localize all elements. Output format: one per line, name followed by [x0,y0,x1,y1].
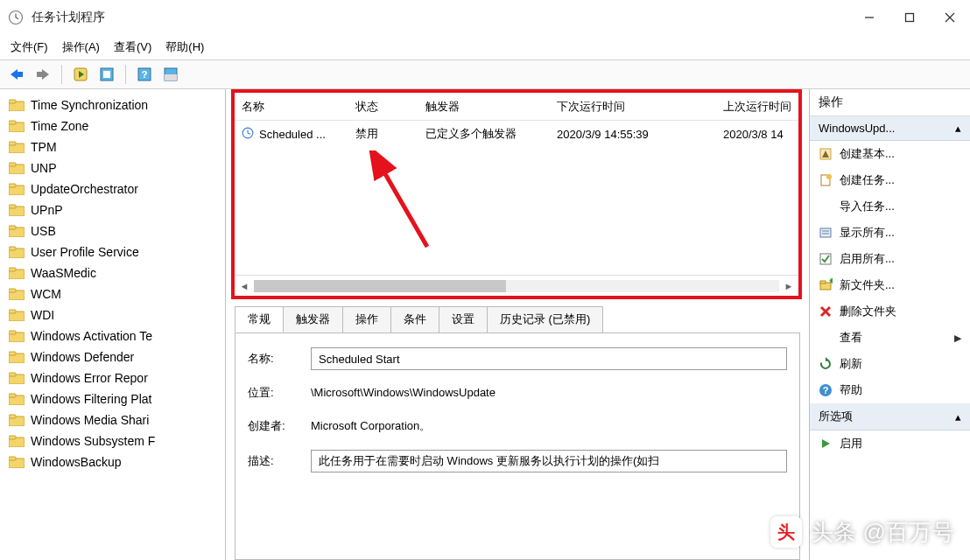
action-item[interactable]: ?帮助 [810,377,970,403]
action-group-windowsupdate[interactable]: WindowsUpd... ▴ [810,116,970,141]
svg-rect-24 [9,163,16,166]
tab-history[interactable]: 历史记录 (已禁用) [487,306,603,332]
svg-marker-74 [822,439,830,448]
actions-header: 操作 [810,89,970,116]
new-folder-icon: ✸ [819,278,833,292]
menu-action[interactable]: 操作(A) [62,39,100,55]
sidebar-item[interactable]: Time Zone [0,116,225,136]
close-button[interactable] [930,3,970,33]
sidebar-item[interactable]: Windows Subsystem F [0,430,225,452]
tab-settings[interactable]: 设置 [439,306,488,332]
sidebar-item[interactable]: Windows Media Shari [0,410,225,430]
svg-rect-32 [9,247,16,250]
task-location: \Microsoft\Windows\WindowsUpdate [311,382,787,402]
svg-rect-30 [9,226,16,229]
action-item[interactable]: 创建基本... [810,141,970,167]
svg-rect-52 [9,457,16,460]
action-item[interactable]: 启用 [810,430,970,457]
col-last[interactable]: 上次运行时间 [716,99,798,115]
sidebar-item[interactable]: UNP [0,158,225,178]
menu-file[interactable]: 文件(F) [11,39,48,55]
sidebar-item[interactable]: WindowsBackup [0,452,225,472]
task-last: 2020/3/8 14 [716,128,798,141]
svg-rect-38 [9,310,16,313]
svg-rect-4 [906,14,914,22]
task-list[interactable]: 名称 状态 触发器 下次运行时间 上次运行时间 Scheduled ... 禁用… [235,93,798,275]
toolbar-detail-button[interactable] [159,63,182,86]
label-desc: 描述: [248,453,302,469]
action-item-label: 启用所有... [840,251,895,267]
svg-rect-20 [9,121,16,124]
tab-conditions[interactable]: 条件 [390,306,439,332]
sidebar-item[interactable]: WCM [0,284,225,304]
folder-icon [9,330,25,342]
col-next[interactable]: 下次运行时间 [550,99,716,115]
sidebar-item[interactable]: Windows Defender [0,346,225,368]
action-item[interactable]: 显示所有... [810,220,970,246]
toolbar-props-button[interactable] [95,63,118,86]
sidebar-item[interactable]: Windows Activation Te [0,326,225,346]
task-list-header: 名称 状态 触发器 下次运行时间 上次运行时间 [235,93,798,121]
svg-rect-67 [820,281,826,284]
action-item[interactable]: 导入任务... [810,193,970,220]
nav-forward-button[interactable] [32,63,54,86]
menu-view[interactable]: 查看(V) [114,39,151,55]
action-item-label: 刷新 [840,356,862,372]
task-next: 2020/3/9 14:55:39 [550,128,716,141]
toolbar: ? [0,60,970,89]
svg-point-61 [826,174,832,179]
tab-triggers[interactable]: 触发器 [283,306,343,332]
action-item[interactable]: 删除文件夹 [810,298,970,325]
none [819,200,833,214]
action-item[interactable]: 创建任务... [810,167,970,193]
nav-back-button[interactable] [5,63,28,86]
sidebar-item-label: TPM [31,140,57,154]
sidebar-item[interactable]: Time Synchronization [0,94,225,116]
svg-rect-36 [9,289,16,292]
sidebar-item-label: Windows Defender [31,350,134,364]
sidebar-item[interactable]: WaaSMedic [0,262,225,284]
sidebar-item[interactable]: User Profile Service [0,242,225,262]
app-clock-icon [7,9,25,26]
col-name[interactable]: 名称 [235,99,348,115]
action-item[interactable]: ✸新文件夹... [810,272,970,298]
sidebar-item[interactable]: Windows Error Repor [0,368,225,388]
action-item[interactable]: 查看▶ [810,325,970,351]
toolbar-help-button[interactable]: ? [133,63,156,86]
svg-marker-7 [11,69,23,80]
folder-icon [9,141,25,153]
task-row[interactable]: Scheduled ... 禁用 已定义多个触发器 2020/3/9 14:55… [235,121,798,147]
col-trigger[interactable]: 触发器 [418,99,550,115]
sidebar-item[interactable]: Windows Filtering Plat [0,388,225,410]
minimize-button[interactable] [849,3,889,33]
sidebar-item-label: WindowsBackup [31,455,122,469]
action-item[interactable]: 启用所有... [810,246,970,272]
sidebar-item[interactable]: UPnP [0,200,225,220]
sidebar-item-label: WaaSMedic [31,266,96,280]
task-status: 禁用 [348,126,418,142]
folder-icon [9,351,25,363]
task-desc-field[interactable] [311,450,787,472]
scroll-right-icon[interactable]: ► [779,276,798,296]
scroll-left-icon[interactable]: ◄ [235,276,254,296]
horizontal-scrollbar[interactable]: ◄ ► [235,275,798,296]
svg-rect-42 [9,352,16,355]
sidebar-item[interactable]: WDI [0,304,225,326]
tab-actions[interactable]: 操作 [342,306,391,332]
tab-general[interactable]: 常规 [235,306,284,332]
col-status[interactable]: 状态 [348,99,418,115]
toolbar-run-button[interactable] [69,63,92,86]
task-name-field[interactable] [311,347,787,370]
enable-icon [819,437,833,451]
maximize-button[interactable] [889,3,930,33]
sidebar-item[interactable]: TPM [0,136,225,158]
menu-help[interactable]: 帮助(H) [165,39,204,55]
action-group-selected[interactable]: 所选项 ▴ [810,403,970,430]
task-list-highlight: 名称 状态 触发器 下次运行时间 上次运行时间 Scheduled ... 禁用… [231,89,802,299]
action-item[interactable]: 刷新 [810,351,970,377]
sidebar-item[interactable]: USB [0,220,225,242]
folder-icon [9,414,25,426]
actions-pane: 操作 WindowsUpd... ▴ 创建基本...创建任务...导入任务...… [809,89,970,560]
sidebar-item[interactable]: UpdateOrchestrator [0,178,225,200]
nav-tree[interactable]: Time SynchronizationTime ZoneTPMUNPUpdat… [0,89,226,560]
